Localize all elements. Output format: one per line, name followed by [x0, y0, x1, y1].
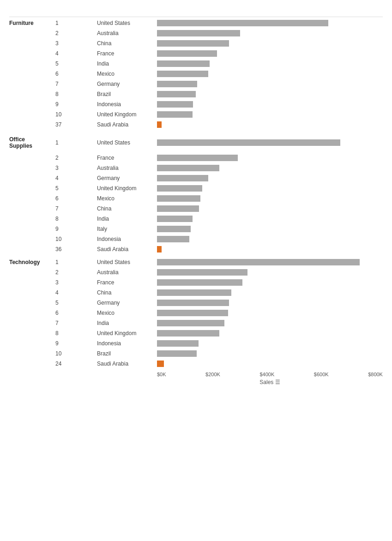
cell-bar — [157, 30, 383, 36]
bar-normal — [157, 340, 199, 347]
cell-bar — [157, 259, 383, 265]
table-row: 7China — [9, 204, 383, 214]
cell-country: Mexico — [97, 71, 157, 77]
cell-bar — [157, 195, 383, 202]
cell-country: Germany — [97, 300, 157, 306]
table-row: 3Australia — [9, 163, 383, 173]
cell-country: Italy — [97, 226, 157, 232]
cell-country: Mexico — [97, 195, 157, 202]
cell-rank: 1 — [55, 259, 97, 265]
cell-country: India — [97, 60, 157, 67]
cell-country: Australia — [97, 165, 157, 171]
cell-country: France — [97, 155, 157, 161]
cell-rank: 3 — [55, 40, 97, 47]
bar-normal — [157, 289, 231, 296]
cell-bar — [157, 139, 383, 146]
table-row: 3China — [9, 38, 383, 48]
cell-bar — [157, 81, 383, 87]
bar-normal — [157, 216, 193, 222]
table-row: 9Indonesia — [9, 99, 383, 109]
cell-bar — [157, 289, 383, 296]
cell-country: United Kingdom — [97, 330, 157, 337]
table-row: 8United Kingdom — [9, 328, 383, 338]
bar-normal — [157, 139, 340, 146]
cell-country: Brazil — [97, 91, 157, 97]
cell-country: Mexico — [97, 310, 157, 316]
cell-rank: 5 — [55, 60, 97, 67]
table-header — [9, 15, 383, 17]
axis-label-0k: $0K — [157, 372, 166, 377]
cell-rank: 3 — [55, 279, 97, 286]
cell-rank: 8 — [55, 330, 97, 337]
cell-rank: 2 — [55, 269, 97, 276]
cell-country: China — [97, 289, 157, 296]
cell-bar — [157, 236, 383, 242]
bar-normal — [157, 259, 360, 265]
cell-country: France — [97, 50, 157, 57]
table-row: 36Saudi Arabia — [9, 244, 383, 254]
bar-saudi — [157, 121, 162, 128]
cell-rank: 9 — [55, 340, 97, 347]
axis-label-200k: $200K — [205, 372, 220, 377]
cell-bar — [157, 279, 383, 286]
cell-rank: 7 — [55, 81, 97, 87]
cell-rank: 7 — [55, 205, 97, 212]
cell-rank: 9 — [55, 101, 97, 108]
bar-normal — [157, 20, 328, 26]
cell-category: Technology — [9, 259, 55, 265]
table-row: 6Mexico — [9, 308, 383, 318]
cell-country: United Kingdom — [97, 185, 157, 192]
bar-normal — [157, 205, 199, 212]
bar-normal — [157, 50, 217, 57]
bar-normal — [157, 310, 228, 316]
cell-bar — [157, 91, 383, 97]
cell-bar — [157, 185, 383, 192]
cell-bar — [157, 350, 383, 357]
cell-rank: 6 — [55, 310, 97, 316]
cell-rank: 5 — [55, 185, 97, 192]
cell-bar — [157, 60, 383, 67]
table-row: 5United Kingdom — [9, 183, 383, 193]
cell-country: United Kingdom — [97, 111, 157, 118]
cell-rank: 7 — [55, 320, 97, 326]
table-row: OfficeSupplies1United States — [9, 132, 383, 153]
cell-rank: 6 — [55, 71, 97, 77]
cell-country: France — [97, 279, 157, 286]
table-row: 5Germany — [9, 298, 383, 308]
table-row: 5India — [9, 59, 383, 69]
cell-rank: 1 — [55, 20, 97, 26]
bar-normal — [157, 40, 229, 47]
cell-country: Saudi Arabia — [97, 361, 157, 367]
cell-rank: 5 — [55, 300, 97, 306]
cell-rank: 2 — [55, 155, 97, 161]
bar-normal — [157, 101, 193, 108]
table-row: 10United Kingdom — [9, 109, 383, 120]
cell-rank: 4 — [55, 289, 97, 296]
rows-container: Furniture1United States2Australia3China4… — [9, 18, 383, 369]
axis-label-600k: $600K — [314, 372, 329, 377]
cell-bar — [157, 300, 383, 306]
bar-normal — [157, 320, 224, 326]
sales-label: Sales ☰ — [9, 379, 383, 385]
cell-rank: 10 — [55, 111, 97, 118]
cell-rank: 37 — [55, 121, 97, 128]
bar-normal — [157, 279, 242, 286]
cell-bar — [157, 20, 383, 26]
cell-country: Indonesia — [97, 340, 157, 347]
cell-bar — [157, 330, 383, 337]
cell-rank: 10 — [55, 236, 97, 242]
bar-normal — [157, 111, 193, 118]
cell-category: OfficeSupplies — [9, 136, 55, 150]
cell-country: United States — [97, 259, 157, 265]
bar-normal — [157, 175, 208, 181]
bar-normal — [157, 236, 189, 242]
cell-country: Australia — [97, 269, 157, 276]
table-row: 2France — [9, 153, 383, 163]
cell-country: Australia — [97, 30, 157, 36]
bar-normal — [157, 330, 219, 337]
table-row: 24Saudi Arabia — [9, 359, 383, 369]
table-row: 2Australia — [9, 28, 383, 38]
bar-normal — [157, 165, 219, 171]
cell-rank: 4 — [55, 50, 97, 57]
table-row: 4France — [9, 48, 383, 59]
